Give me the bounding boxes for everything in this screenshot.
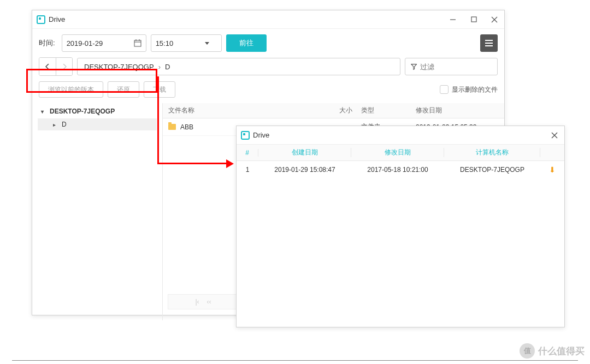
header-name[interactable]: 文件名称 [163, 106, 324, 115]
nav-buttons [39, 57, 73, 76]
titlebar: Drive [32, 10, 504, 29]
tree-child[interactable]: ▸ D [38, 118, 157, 130]
show-deleted-checkbox[interactable] [440, 85, 449, 94]
breadcrumb-root: DESKTOP-7JEQOGP [84, 63, 154, 71]
maximize-button[interactable] [468, 14, 479, 25]
back-button[interactable] [39, 58, 56, 75]
breadcrumb[interactable]: DESKTOP-7JEQOGP › D [77, 58, 400, 75]
svg-rect-8 [485, 40, 493, 41]
collapse-arrow-icon: ▾ [41, 109, 46, 115]
go-button[interactable]: 前往 [226, 34, 267, 52]
prev-page-icon[interactable]: ‹‹ [207, 298, 211, 306]
header-type[interactable]: 类型 [357, 106, 411, 115]
tree-child-label: D [62, 121, 67, 128]
date-input-group[interactable]: 2019-01-29 [62, 34, 146, 52]
time-value: 15:10 [156, 39, 188, 47]
svg-rect-4 [134, 40, 141, 46]
app-icon [241, 131, 250, 140]
sidebar: ▾ DESKTOP-7JEQOGP ▸ D [32, 103, 162, 320]
popup-titlebar: Drive [237, 126, 564, 145]
first-page-icon[interactable]: |‹ [195, 298, 199, 306]
app-title: Drive [49, 15, 447, 23]
filter-box[interactable] [405, 58, 498, 75]
versions-popup: Drive # 创建日期 修改日期 计算机名称 1 2019-01-29 15:… [236, 126, 565, 327]
watermark-text: 什么值得买 [538, 345, 585, 357]
filter-input[interactable] [420, 63, 492, 71]
popup-header: # 创建日期 修改日期 计算机名称 [237, 145, 564, 161]
watermark: 值 什么值得买 [520, 343, 585, 359]
forward-button[interactable] [56, 58, 72, 75]
svg-rect-10 [485, 45, 493, 46]
popup-close-button[interactable] [549, 130, 560, 141]
time-label: 时间: [39, 38, 55, 48]
popup-row-computer: DESKTOP-7JEQOGP [444, 166, 540, 174]
dropdown-arrow-icon [205, 42, 209, 45]
date-value: 2019-01-29 [67, 39, 132, 47]
action-toolbar: 浏览以前的版本 还原 下载 显示删除的文件 [32, 81, 504, 103]
popup-header-created[interactable]: 创建日期 [258, 148, 351, 157]
expand-arrow-icon: ▸ [53, 122, 58, 128]
folder-icon [168, 124, 176, 130]
popup-header-idx[interactable]: # [237, 149, 258, 157]
popup-row-idx: 1 [237, 166, 258, 174]
calendar-icon [134, 39, 141, 47]
restore-button[interactable]: 还原 [108, 81, 139, 98]
tree-root-label: DESKTOP-7JEQOGP [50, 108, 115, 115]
popup-row-created: 2019-01-29 15:08:47 [258, 166, 351, 174]
file-list-header: 文件名称 大小 类型 修改日期 [163, 103, 504, 118]
popup-title: Drive [253, 131, 549, 139]
popup-row-modified: 2017-05-18 10:21:00 [351, 166, 444, 174]
nav-toolbar: DESKTOP-7JEQOGP › D [32, 57, 504, 81]
app-icon [37, 15, 45, 24]
header-size[interactable]: 大小 [324, 106, 357, 115]
download-arrow-icon[interactable]: ⬇ [540, 165, 564, 174]
list-mode-button[interactable] [480, 34, 498, 52]
show-deleted-group[interactable]: 显示删除的文件 [440, 85, 498, 94]
svg-rect-1 [471, 17, 476, 22]
popup-row[interactable]: 1 2019-01-29 15:08:47 2017-05-18 10:21:0… [237, 161, 564, 178]
close-button[interactable] [489, 14, 500, 25]
header-modified[interactable]: 修改日期 [411, 106, 504, 115]
minimize-button[interactable] [447, 14, 458, 25]
filter-icon [411, 63, 417, 70]
watermark-badge: 值 [520, 343, 535, 359]
tree-root[interactable]: ▾ DESKTOP-7JEQOGP [38, 105, 157, 117]
download-button[interactable]: 下载 [144, 81, 175, 98]
breadcrumb-child: D [165, 63, 170, 71]
show-deleted-label: 显示删除的文件 [452, 85, 498, 94]
popup-header-computer[interactable]: 计算机名称 [444, 148, 540, 157]
breadcrumb-sep: › [158, 63, 161, 71]
popup-header-modified[interactable]: 修改日期 [351, 148, 444, 157]
time-input-group[interactable]: 15:10 [151, 34, 222, 52]
window-controls [447, 14, 500, 25]
time-toolbar: 时间: 2019-01-29 15:10 前往 [32, 29, 504, 57]
separator-line [12, 360, 578, 361]
browse-versions-button[interactable]: 浏览以前的版本 [39, 81, 103, 98]
svg-rect-9 [485, 43, 493, 44]
pagination[interactable]: |‹ ‹‹ [168, 294, 239, 309]
